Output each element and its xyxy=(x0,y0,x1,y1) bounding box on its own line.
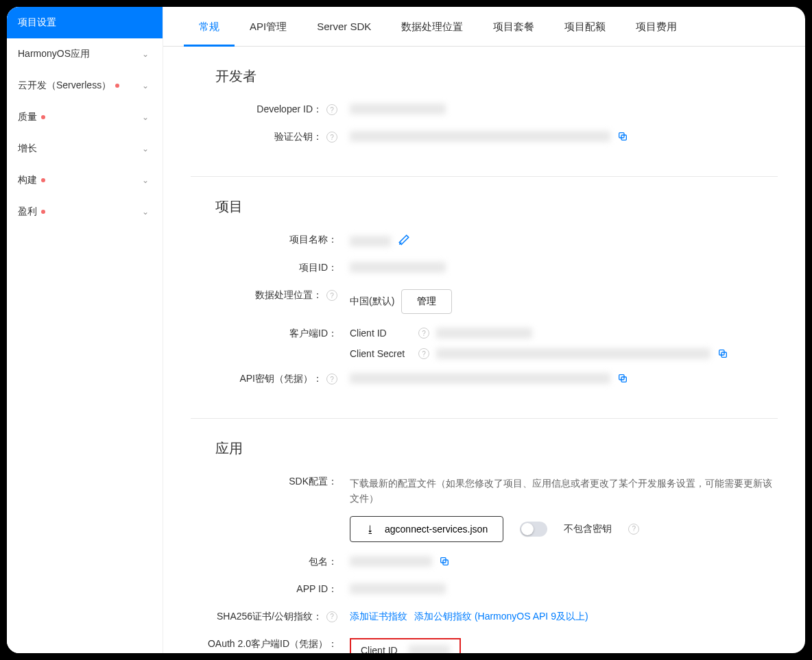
redacted-value xyxy=(350,236,391,247)
notification-dot xyxy=(41,210,45,214)
row-client-id: 客户端ID： Client ID ? Client Secret ? xyxy=(191,325,778,359)
client-secret-sub: Client Secret xyxy=(350,348,411,359)
section-title: 应用 xyxy=(215,439,778,458)
add-cert-link[interactable]: 添加证书指纹 xyxy=(350,611,407,623)
notification-dot xyxy=(41,178,45,182)
section-title: 开发者 xyxy=(215,67,778,86)
redacted-value xyxy=(350,556,432,567)
sidebar-label: 质量 xyxy=(18,111,37,123)
tab-billing[interactable]: 项目费用 xyxy=(621,7,692,46)
sidebar: 项目设置 HarmonyOS应用 ⌄ 云开发（Serverless） ⌄ 质量 … xyxy=(7,7,163,653)
label: SHA256证书/公钥指纹：? xyxy=(191,608,342,623)
sidebar-label: 增长 xyxy=(18,143,37,155)
chevron-down-icon: ⌄ xyxy=(142,144,149,154)
row-appid: APP ID： xyxy=(191,580,778,597)
include-key-toggle[interactable] xyxy=(520,522,547,537)
tab-plan[interactable]: 项目套餐 xyxy=(478,7,549,46)
sidebar-label: 盈利 xyxy=(18,206,37,218)
label: OAuth 2.0客户端ID（凭据）： xyxy=(191,635,342,650)
help-icon[interactable]: ? xyxy=(326,104,337,115)
help-icon[interactable]: ? xyxy=(326,611,337,622)
row-package: 包名： xyxy=(191,553,778,570)
project-section: 项目 项目名称： 项目ID： 数据处理位置：? 中国(默认) xyxy=(191,177,778,419)
edit-icon[interactable] xyxy=(398,234,410,248)
sidebar-label: HarmonyOS应用 xyxy=(18,48,90,60)
row-oauth: OAuth 2.0客户端ID（凭据）： Client ID Client Sec… xyxy=(191,635,778,653)
label: 客户端ID： xyxy=(191,325,342,340)
toggle-label: 不包含密钥 xyxy=(564,523,612,535)
download-button[interactable]: ⭳ agconnect-services.json xyxy=(350,516,503,542)
help-icon[interactable]: ? xyxy=(418,348,429,359)
chevron-down-icon: ⌄ xyxy=(142,175,149,185)
row-dataloc: 数据处理位置：? 中国(默认) 管理 xyxy=(191,286,778,314)
label: Developer ID：? xyxy=(191,101,342,116)
tab-dataloc[interactable]: 数据处理位置 xyxy=(386,7,478,46)
main-content: 常规 API管理 Server SDK 数据处理位置 项目套餐 项目配额 项目费… xyxy=(163,7,805,653)
label: 包名： xyxy=(191,553,342,568)
row-apikey: API密钥（凭据）：? xyxy=(191,370,778,387)
add-pubkey-link[interactable]: 添加公钥指纹 (HarmonyOS API 9及以上) xyxy=(414,611,588,623)
row-sha: SHA256证书/公钥指纹：? 添加证书指纹 添加公钥指纹 (HarmonyOS… xyxy=(191,608,778,624)
help-icon[interactable]: ? xyxy=(326,290,337,301)
label: SDK配置： xyxy=(191,473,342,488)
label: 验证公钥：? xyxy=(191,128,342,143)
tab-api[interactable]: API管理 xyxy=(235,7,302,46)
help-icon[interactable]: ? xyxy=(628,524,639,535)
chevron-down-icon: ⌄ xyxy=(142,81,149,90)
redacted-value xyxy=(350,131,610,142)
notification-dot xyxy=(115,84,119,88)
content-area: 开发者 Developer ID：? 验证公钥：? 项目 项目名称： xyxy=(163,47,805,653)
redacted-value xyxy=(350,103,446,114)
chevron-down-icon: ⌄ xyxy=(142,49,149,59)
app-window: 项目设置 HarmonyOS应用 ⌄ 云开发（Serverless） ⌄ 质量 … xyxy=(7,7,805,653)
notification-dot xyxy=(41,115,45,119)
redacted-value xyxy=(350,373,610,384)
redacted-value xyxy=(350,262,446,273)
redacted-value xyxy=(436,348,710,359)
label: APP ID： xyxy=(191,580,342,596)
copy-icon[interactable] xyxy=(717,348,728,359)
sidebar-item-growth[interactable]: 增长 ⌄ xyxy=(7,133,163,164)
help-icon[interactable]: ? xyxy=(326,132,337,143)
label: 数据处理位置：? xyxy=(191,286,342,302)
sidebar-item-quality[interactable]: 质量 ⌄ xyxy=(7,101,163,133)
oauth-clientid-label: Client ID xyxy=(361,645,398,653)
row-developer-id: Developer ID：? xyxy=(191,101,778,117)
label: API密钥（凭据）：? xyxy=(191,370,342,385)
sidebar-item-serverless[interactable]: 云开发（Serverless） ⌄ xyxy=(7,70,163,101)
help-icon[interactable]: ? xyxy=(418,328,429,339)
manage-button[interactable]: 管理 xyxy=(401,289,452,314)
chevron-down-icon: ⌄ xyxy=(142,112,149,122)
sidebar-label: 构建 xyxy=(18,174,37,186)
section-title: 项目 xyxy=(215,197,778,216)
copy-icon[interactable] xyxy=(617,131,628,142)
sidebar-item-profit[interactable]: 盈利 ⌄ xyxy=(7,196,163,228)
row-sdk-config: SDK配置： 下载最新的配置文件（如果您修改了项目、应用信息或者更改了某个开发服… xyxy=(191,473,778,542)
label: 项目ID： xyxy=(191,259,342,274)
copy-icon[interactable] xyxy=(617,373,628,384)
tab-quota[interactable]: 项目配额 xyxy=(549,7,621,46)
row-project-id: 项目ID： xyxy=(191,259,778,276)
redacted-value xyxy=(409,645,450,653)
tab-serversdk[interactable]: Server SDK xyxy=(302,7,386,46)
app-section: 应用 SDK配置： 下载最新的配置文件（如果您修改了项目、应用信息或者更改了某个… xyxy=(191,419,778,653)
sidebar-active-item[interactable]: 项目设置 xyxy=(7,7,163,38)
oauth-clientid-highlight: Client ID xyxy=(350,638,461,653)
tab-general[interactable]: 常规 xyxy=(184,7,235,47)
tabbar: 常规 API管理 Server SDK 数据处理位置 项目套餐 项目配额 项目费… xyxy=(163,7,805,47)
dataloc-value: 中国(默认) xyxy=(350,295,394,308)
chevron-down-icon: ⌄ xyxy=(142,207,149,217)
help-icon[interactable]: ? xyxy=(326,374,337,384)
sidebar-item-build[interactable]: 构建 ⌄ xyxy=(7,164,163,196)
sidebar-label: 云开发（Serverless） xyxy=(18,80,111,92)
copy-icon[interactable] xyxy=(439,556,450,567)
row-pubkey: 验证公钥：? xyxy=(191,128,778,145)
redacted-value xyxy=(436,328,532,339)
sidebar-item-harmonyos[interactable]: HarmonyOS应用 ⌄ xyxy=(7,38,163,70)
label: 项目名称： xyxy=(191,231,342,246)
download-icon: ⭳ xyxy=(366,524,375,535)
redacted-value xyxy=(350,583,446,594)
developer-section: 开发者 Developer ID：? 验证公钥：? xyxy=(191,47,778,177)
client-id-sub: Client ID xyxy=(350,328,411,339)
sdk-desc: 下载最新的配置文件（如果您修改了项目、应用信息或者更改了某个开发服务设置，可能需… xyxy=(350,476,778,506)
